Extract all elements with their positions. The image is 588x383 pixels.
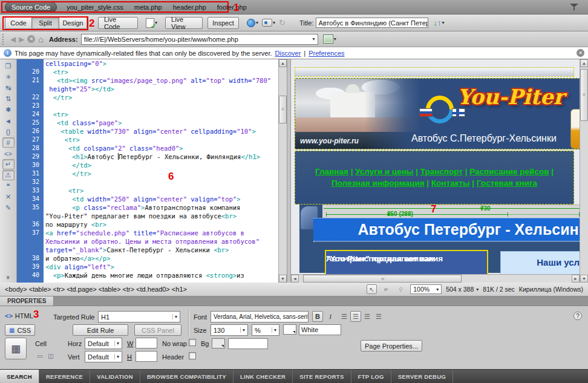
width-input[interactable] (136, 338, 157, 349)
results-tab-reference[interactable]: REFERENCE (39, 370, 90, 383)
preferences-link[interactable]: Preferences (309, 50, 344, 57)
code-text[interactable]: <p class="reclama">Автотранспортная комп… (44, 203, 240, 212)
code-text[interactable]: и обратно</a></p> (44, 254, 110, 263)
scroll-left-arrow[interactable]: ◄ (291, 275, 299, 283)
zoom-tool-icon[interactable]: ⚲ (396, 284, 406, 294)
scroll-down-arrow[interactable]: ▼ (279, 275, 287, 283)
page-top-strip[interactable] (295, 67, 574, 77)
results-tab-server-debug[interactable]: SERVER DEBUG (391, 370, 453, 383)
split-cell-icon[interactable]: ◫ (46, 352, 56, 360)
help-icon[interactable]: ? (573, 312, 582, 320)
design-vertical-scrollbar[interactable]: ▲ ≡ ▼ (580, 59, 588, 283)
visual-aids-icon[interactable]: ▾ (260, 17, 277, 29)
related-file-tab[interactable]: meta.php (134, 4, 162, 11)
design-view-button[interactable]: Design (59, 17, 87, 29)
select-parent-tag-icon[interactable]: ◄ (2, 116, 15, 126)
css-panel-button[interactable]: CSS Panel (134, 324, 181, 336)
horz-select[interactable]: Default ▾ (85, 338, 122, 349)
back-icon[interactable]: ◀ (10, 35, 16, 44)
code-text[interactable]: <tr> (44, 68, 68, 76)
filter-related-files-icon[interactable] (570, 4, 578, 10)
code-view[interactable]: cellspacing="0">20 <tr>21 <td><img src="… (17, 59, 278, 283)
code-text[interactable]: <table width="730" align="center" cellpa… (44, 127, 256, 136)
code-text[interactable]: <tr> (44, 186, 83, 195)
html-properties-button[interactable]: <> HTML (5, 312, 33, 319)
highlight-invalid-code-icon[interactable]: <> (2, 148, 15, 159)
edit-rule-button[interactable]: Edit Rule (73, 324, 128, 336)
related-file-tab[interactable]: header.php (173, 4, 206, 11)
inspect-button[interactable]: Inspect (207, 17, 239, 29)
code-text[interactable]: <td class="page"> (44, 119, 122, 127)
code-text[interactable]: <h1>Автобус Петербург - Хельсинки, Финля… (44, 152, 260, 161)
code-text[interactable]: <tr> (44, 136, 80, 144)
magnification-select[interactable]: 100% ▾ (410, 284, 442, 294)
code-text[interactable]: </td> (44, 161, 91, 169)
related-file-tab[interactable]: footer.php (217, 4, 247, 11)
line-numbers-icon[interactable]: # (2, 137, 15, 148)
scroll-right-arrow[interactable]: ► (572, 275, 580, 283)
font-select[interactable]: Verdana, Arial, Helvetica, sans-serif ▾ (211, 311, 309, 322)
format-source-code-icon[interactable]: ✎ (2, 203, 15, 213)
preview-in-browser-icon[interactable]: ▾ (245, 17, 260, 29)
code-view-button[interactable]: Code (5, 17, 32, 29)
bg-color-input[interactable] (228, 338, 268, 349)
nav-link[interactable]: Контакты (431, 178, 470, 188)
align-center-button[interactable]: ☰ (350, 311, 361, 322)
collapse-selection-icon[interactable]: ⇅ (2, 94, 15, 104)
code-text[interactable] (44, 102, 45, 110)
results-tab-ftp-log[interactable]: FTP LOG (351, 370, 391, 383)
code-text[interactable]: <td><img src="images/page_top.png" alt="… (44, 76, 271, 85)
code-text[interactable]: <td width="250" align="center" valign="t… (44, 195, 240, 203)
scroll-down-arrow[interactable]: ▼ (580, 275, 588, 283)
text-color-swatch[interactable] (283, 324, 296, 335)
check-browser-compatibility-icon[interactable]: ✓ ▾ (144, 17, 159, 29)
expand-all-icon[interactable]: ✱ (2, 105, 15, 115)
code-text[interactable]: target="_blank">Санкт-Петербург - Хельси… (44, 246, 229, 254)
source-code-tab[interactable]: Source Code (5, 2, 57, 13)
no-wrap-checkbox[interactable] (189, 339, 196, 346)
page-properties-button[interactable]: Page Properties... (361, 340, 422, 352)
text-color-input[interactable]: White (299, 324, 341, 335)
code-text[interactable]: height="25"></td> (44, 85, 114, 93)
scroll-up-arrow[interactable]: ▲ (279, 59, 287, 67)
scroll-up-arrow[interactable]: ▲ (580, 59, 588, 67)
align-right-button[interactable]: ☰ (362, 311, 373, 322)
code-text[interactable] (44, 178, 45, 186)
open-documents-icon[interactable]: ❐ (2, 61, 15, 71)
nav-link[interactable]: Главная (315, 167, 348, 176)
code-text[interactable]: cellspacing="0"> (44, 59, 106, 68)
reclama-cell[interactable]: Автотранспортная компания "You-Piter" пр… (325, 250, 488, 277)
hand-tool-icon[interactable]: ☛ (381, 284, 391, 294)
document-title-input[interactable]: Автобус в Финляндию (Санкт Петербург - Х… (316, 18, 428, 28)
code-text[interactable]: <p>Каждый день многие люди отправляются … (44, 271, 244, 280)
bold-button[interactable]: B (312, 311, 323, 322)
table-width-bar[interactable]: 250 (288) ▾ 730 ▾ (322, 205, 580, 218)
vert-select[interactable]: Default ▾ (85, 351, 122, 362)
home-icon[interactable]: ⌂ (38, 34, 43, 44)
merge-cells-icon[interactable]: ▭ (35, 352, 45, 360)
code-text[interactable]: <a href="schedule.php" title="Расписание… (44, 229, 244, 237)
split-view-button[interactable]: Split (31, 17, 59, 29)
code-text[interactable]: </tr> (44, 93, 72, 102)
align-justify-button[interactable]: ☰ (373, 311, 384, 322)
bg-color-swatch[interactable] (212, 338, 225, 349)
page-heading-bar[interactable]: Автобус Петербург - Хельсинки (313, 218, 580, 241)
nav-link[interactable]: Расписание рейсов (469, 167, 549, 176)
results-tab-validation[interactable]: VALIDATION (90, 370, 140, 383)
header-checkbox[interactable] (189, 352, 196, 359)
stop-icon[interactable]: ✕ (27, 35, 35, 43)
css-properties-button[interactable]: ▦ CSS (5, 324, 35, 336)
italic-button[interactable]: I (325, 311, 336, 322)
properties-tab[interactable]: PROPERTIES (0, 296, 54, 306)
code-text[interactable]: <div align="left"> (44, 263, 114, 271)
design-view[interactable]: You-Piter Автобус С.Петербург-Хельсинки … (291, 59, 580, 283)
code-vertical-scrollbar[interactable]: ▲ ≡ ▼ (278, 59, 287, 283)
results-tab-site-reports[interactable]: SITE REPORTS (293, 370, 351, 383)
code-navigator-icon[interactable]: ✳ (2, 72, 15, 82)
file-management-icon[interactable]: ↓ ↑ ▾ (431, 17, 446, 29)
code-text[interactable]: по маршруту <br> (44, 220, 106, 229)
file-view-options-icon[interactable]: ▾ (321, 33, 338, 45)
balance-braces-icon[interactable]: {} (2, 126, 15, 137)
services-cell[interactable]: Наши услуги (500, 251, 580, 275)
results-tab-link-checker[interactable]: LINK CHECKER (234, 370, 293, 383)
